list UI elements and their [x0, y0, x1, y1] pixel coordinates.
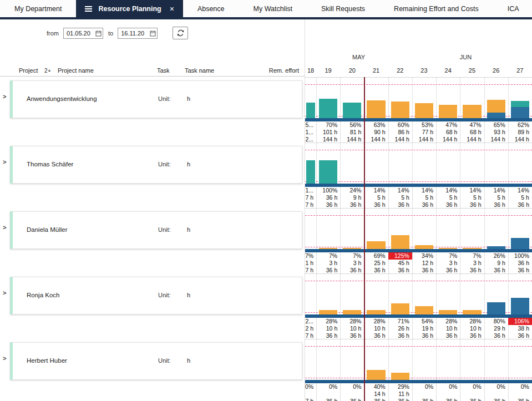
- pct-cell: 14%: [388, 187, 412, 194]
- hours-cell: [508, 390, 532, 398]
- sort-indicator[interactable]: 2▲: [44, 67, 52, 74]
- grid-line-vertical: [436, 274, 437, 314]
- pct-cell: 53%: [412, 121, 436, 129]
- hours-cell: 68 h: [436, 129, 460, 136]
- tab-my-watchlist[interactable]: My Watchlist: [239, 0, 307, 17]
- hours-cell: 5 h: [508, 194, 532, 201]
- cap-cell: 36 h: [484, 398, 508, 401]
- grid-line-vertical: [484, 143, 485, 184]
- hours-cell: 9 h: [484, 260, 508, 267]
- hours-cell: 5 h: [460, 194, 484, 201]
- grid-line-vertical: [412, 143, 413, 184]
- pct-cell: 14%: [484, 187, 508, 194]
- tab-ica[interactable]: ICA: [493, 0, 532, 17]
- resource-card[interactable]: Ronja KochUnit:h: [10, 277, 302, 314]
- utilization-bar: [487, 246, 505, 249]
- grid-line-vertical: [340, 339, 341, 380]
- hours-cell: 10 h: [364, 325, 388, 332]
- calendar-icon[interactable]: [95, 30, 102, 37]
- pct-cell: 28%: [436, 318, 460, 325]
- resource-card[interactable]: Thomas SchäferUnit:h: [10, 146, 302, 184]
- timeline-row: 5...70%56%63%60%53%47%47%65%62%1...101 h…: [305, 77, 532, 143]
- date-filter-bar: from to: [47, 27, 188, 39]
- tab-absence[interactable]: Absence: [183, 0, 239, 17]
- from-date-field[interactable]: [63, 28, 103, 39]
- grid-line-hours: 14 h11 h: [305, 390, 532, 398]
- grid-line-vertical: [316, 274, 317, 314]
- week-label: 20: [340, 67, 364, 74]
- cap-cell: 36 h: [436, 398, 460, 401]
- pct-cell: 0%: [340, 383, 364, 390]
- expand-chevron[interactable]: >: [3, 159, 6, 165]
- pct-cell: 7%: [340, 252, 364, 260]
- grid-line-vertical: [460, 143, 460, 184]
- tab-resource-planning[interactable]: Resource Planning×: [76, 0, 183, 17]
- close-tab-icon[interactable]: ×: [170, 5, 174, 13]
- utilization-bar: [463, 105, 481, 118]
- unit-label: Unit:: [158, 357, 171, 364]
- resource-card[interactable]: AnwendungsentwicklungUnit:h: [10, 80, 302, 118]
- column-header-project-name[interactable]: Project name: [58, 67, 94, 74]
- expand-chevron[interactable]: >: [3, 355, 6, 362]
- column-header-task[interactable]: Task: [157, 67, 170, 74]
- hours-cell: 5 h: [436, 194, 460, 201]
- tab-remaining-effort-and-costs[interactable]: Remaining Effort and Costs: [379, 0, 493, 17]
- hours-cell: 3 h: [460, 260, 484, 267]
- hours-cell: 14 h: [364, 390, 388, 398]
- tab-my-department[interactable]: My Department: [0, 0, 76, 17]
- utilization-bar: [343, 248, 361, 249]
- to-date-field[interactable]: [118, 28, 158, 39]
- grid-line-vertical: [436, 78, 437, 118]
- grid-line-vertical: [388, 143, 389, 184]
- hours-cell: [340, 390, 364, 398]
- column-header-rem-effort[interactable]: Rem. effort: [269, 67, 299, 74]
- pct-cell: 2...: [305, 318, 316, 325]
- bar-segment-teal: [306, 160, 315, 184]
- expand-chevron[interactable]: >: [3, 290, 6, 296]
- utilization-bar: [319, 248, 337, 249]
- capacity-limit-line: [305, 84, 532, 85]
- utilization-chart: [305, 274, 532, 314]
- refresh-button[interactable]: [173, 27, 188, 39]
- bar-segment-orange: [343, 248, 361, 249]
- resource-card[interactable]: Herbert HuberUnit:h: [10, 342, 302, 380]
- bar-segment-orange: [319, 248, 337, 249]
- bar-segment-orange: [439, 248, 457, 249]
- pct-cell: 7%: [460, 252, 484, 260]
- utilization-bar: [439, 248, 457, 249]
- capacity-limit-line: [305, 281, 532, 281]
- calendar-icon[interactable]: [150, 30, 156, 37]
- utilization-chart: [305, 339, 532, 380]
- pct-cell: 7%: [316, 252, 340, 260]
- table-header: Project 2▲ Project name Task Task name R…: [0, 67, 305, 77]
- column-header-task-name[interactable]: Task name: [185, 67, 214, 74]
- values-grid: 2...28%28%28%71%54%28%28%80%106%2 h10 h1…: [305, 318, 532, 339]
- pct-cell: 28%: [316, 318, 340, 325]
- capacity-limit-line: [305, 346, 532, 347]
- bar-segment-orange: [343, 310, 361, 314]
- pct-cell: 24%: [340, 187, 364, 194]
- bar-segment-orange: [391, 235, 409, 249]
- pct-cell: 28%: [364, 318, 388, 325]
- grid-line-vertical: [340, 78, 341, 118]
- hours-cell: [484, 390, 508, 398]
- resource-row-left: >AnwendungsentwicklungUnit:h: [0, 78, 305, 143]
- expand-chevron[interactable]: >: [3, 224, 6, 231]
- hours-cell: 10 h: [460, 325, 484, 332]
- utilization-bar: [391, 101, 409, 118]
- grid-line-hours: 1...101 h81 h90 h86 h77 h68 h68 h93 h89 …: [305, 129, 532, 136]
- column-header-project[interactable]: Project: [19, 67, 38, 74]
- grid-line-vertical: [436, 209, 437, 249]
- tab-skill-requests[interactable]: Skill Requests: [307, 0, 379, 17]
- grid-line-pct: 1...100%24%14%14%14%14%14%14%14%: [305, 187, 532, 194]
- unit-label: Unit:: [158, 95, 171, 102]
- grid-line-vertical: [340, 274, 341, 314]
- menu-icon[interactable]: [85, 8, 92, 9]
- unit-value: h: [187, 226, 190, 233]
- resource-card[interactable]: Daniela MüllerUnit:h: [10, 211, 302, 249]
- grid-line-hours: 7 h36 h9 h5 h5 h5 h5 h5 h5 h5 h: [305, 194, 532, 201]
- bar-segment-teal: [319, 160, 337, 184]
- to-label: to: [108, 30, 113, 37]
- values-grid: 1...100%24%14%14%14%14%14%14%14%7 h36 h9…: [305, 187, 532, 209]
- expand-chevron[interactable]: >: [3, 93, 6, 100]
